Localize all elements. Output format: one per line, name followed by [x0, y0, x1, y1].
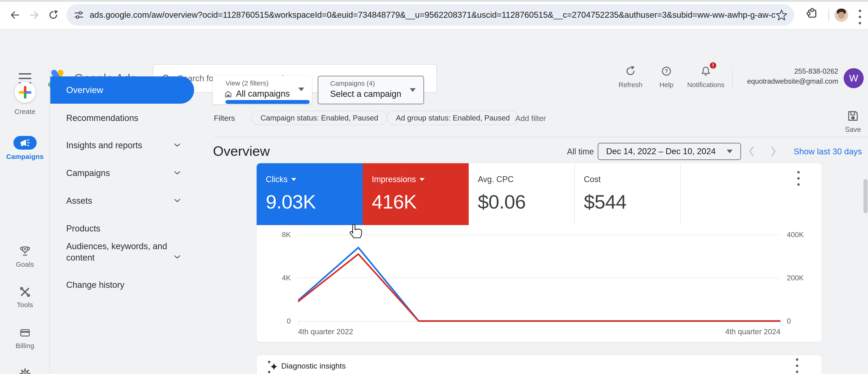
url-text[interactable]: ads.google.com/aw/overview?ocid=11287605… [90, 10, 776, 20]
filter-chip-adgroup-status[interactable]: Ad group status: Enabled, Paused [387, 111, 519, 125]
extensions-icon [805, 7, 818, 20]
tune-icon[interactable] [73, 9, 84, 21]
campaign-select-dropdown[interactable]: Campaigns (4) Select a campaign [318, 76, 424, 104]
rail-item-create[interactable]: Create [0, 82, 50, 115]
view-active-indicator [225, 100, 310, 104]
campaign-select-label: Campaigns (4) [330, 79, 375, 87]
kebab-menu-icon [797, 183, 800, 186]
dropdown-caret-icon [727, 149, 733, 153]
scorecard-clicks[interactable]: Clicks 9.03K [257, 163, 363, 225]
notifications-button[interactable]: Notifications [683, 66, 728, 89]
add-filter-button[interactable]: Add filter [515, 114, 546, 123]
kebab-menu-icon [796, 371, 798, 373]
toolbar-separator [829, 9, 829, 21]
date-range-shortcut: All time [553, 147, 594, 157]
view-filter-label: View (2 filters) [225, 79, 269, 87]
reload-button[interactable] [47, 9, 60, 21]
help-button[interactable]: ? Help [644, 66, 689, 89]
reload-icon [48, 9, 59, 21]
kebab-menu-icon [859, 9, 861, 12]
header-divider [732, 66, 733, 87]
section-nav: Overview Recommendations Insights and re… [50, 68, 210, 374]
nav-item-products[interactable]: Products [66, 224, 100, 234]
show-last-30-days-link[interactable]: Show last 30 days [794, 147, 862, 157]
account-email: equotradwebsite@gmail.com [737, 76, 838, 87]
nav-item-overview[interactable]: Overview [50, 76, 194, 104]
sparkle-icon [266, 360, 279, 374]
notification-badge: ! [709, 61, 717, 70]
nav-item-change-history[interactable]: Change history [66, 280, 124, 290]
section-divider [214, 137, 868, 137]
forward-button[interactable] [28, 9, 40, 21]
account-phone: 255-838-0262 [737, 66, 838, 76]
diagnostic-menu-button[interactable] [796, 358, 798, 373]
scorecard-avg-cpc[interactable]: Avg. CPC $0.06 [469, 163, 575, 225]
timeseries-chart[interactable] [298, 225, 780, 332]
kebab-menu-icon [796, 358, 798, 361]
nav-item-assets[interactable]: Assets [66, 196, 92, 206]
scorecard-cost[interactable]: Cost $544 [575, 163, 681, 225]
scorecard-value: 9.03K [266, 191, 363, 213]
back-icon [9, 9, 21, 21]
page-scrollbar[interactable] [863, 179, 868, 213]
dropdown-caret-icon [298, 88, 304, 91]
series-impressions [298, 254, 780, 321]
extensions-button[interactable] [805, 7, 818, 21]
rail-item-tools[interactable]: Tools [0, 285, 50, 309]
forward-icon [29, 9, 39, 21]
save-label: Save [840, 126, 866, 134]
scorecard-label: Impressions [372, 175, 416, 184]
diagnostic-insights-card[interactable]: Diagnostic insights [257, 355, 822, 374]
create-button[interactable] [14, 82, 35, 103]
scorecard-impressions[interactable]: Impressions 416K [363, 163, 469, 225]
dropdown-caret-icon [410, 88, 416, 92]
address-bar[interactable]: ads.google.com/aw/overview?ocid=11287605… [66, 4, 794, 26]
create-plus-icon [24, 86, 26, 99]
billing-card-icon [19, 327, 31, 339]
chevron-down-icon[interactable] [174, 255, 180, 259]
left-axis-tick: 8K [266, 231, 291, 239]
browser-profile-avatar[interactable] [835, 8, 848, 22]
chevron-right-icon[interactable] [770, 145, 777, 157]
save-button[interactable]: Save [840, 110, 866, 134]
bookmark-star-icon[interactable] [776, 9, 787, 21]
nav-item-recommendations[interactable]: Recommendations [66, 113, 138, 123]
window-edge [0, 0, 868, 2]
nav-item-campaigns[interactable]: Campaigns [66, 168, 110, 178]
rail-item-admin[interactable]: Admin [0, 367, 50, 374]
card-menu-button[interactable] [796, 170, 801, 187]
scorecard-value: $0.06 [478, 191, 574, 213]
chevron-down-icon[interactable] [174, 199, 180, 202]
help-label: Help [644, 81, 689, 89]
ads-header: Google Ads Search for a page or campaign… [0, 30, 868, 68]
chevron-down-icon[interactable] [174, 171, 180, 175]
account-info: 255-838-0262 equotradwebsite@gmail.com [737, 66, 838, 87]
back-button[interactable] [9, 9, 21, 21]
date-range-dropdown[interactable]: Dec 14, 2022 – Dec 10, 2024 [598, 143, 741, 160]
svg-text:?: ? [665, 68, 668, 74]
rail-item-goals[interactable]: Goals [0, 245, 50, 268]
kebab-menu-icon [797, 177, 800, 180]
kebab-menu-icon [859, 16, 861, 18]
right-axis-tick: 200K [787, 274, 804, 282]
rail-item-label: Tools [0, 301, 50, 309]
home-icon [224, 90, 232, 98]
browser-menu-button[interactable] [859, 9, 861, 24]
filter-chip-campaign-status[interactable]: Campaign status: Enabled, Paused [251, 111, 387, 125]
nav-item-insights-reports[interactable]: Insights and reports [66, 140, 142, 150]
chevron-left-icon[interactable] [748, 145, 755, 157]
chevron-down-icon[interactable] [174, 143, 180, 147]
rail-item-campaigns[interactable]: Campaigns [0, 136, 50, 161]
view-filter-dropdown[interactable]: View (2 filters) All campaigns [213, 76, 312, 104]
user-avatar[interactable]: W [844, 68, 864, 88]
rail-item-billing[interactable]: Billing [0, 327, 50, 350]
refresh-icon [625, 66, 636, 77]
google-ads-overview-page: ads.google.com/aw/overview?ocid=11287605… [0, 0, 868, 374]
kebab-menu-icon [859, 22, 861, 24]
tools-wrench-icon [19, 285, 31, 298]
dropdown-caret-icon [420, 178, 425, 181]
kebab-menu-icon [797, 171, 800, 173]
page-title: Overview [213, 143, 270, 159]
nav-item-audiences[interactable]: Audiences, keywords, and content [66, 241, 185, 263]
rail-item-label: Create [0, 108, 50, 115]
